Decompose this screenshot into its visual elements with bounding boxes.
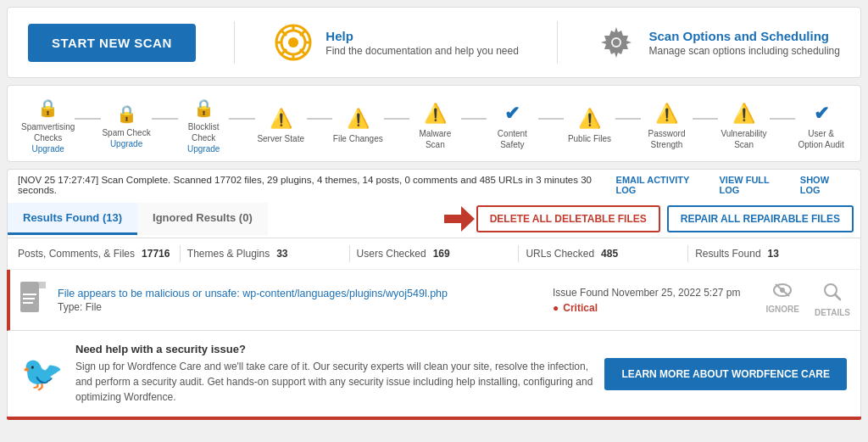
start-scan-button[interactable]: START NEW SCAN — [28, 24, 196, 62]
step-malware-scan: ⚠️ Malware Scan — [409, 103, 461, 150]
repair-all-button[interactable]: REPAIR ALL REPAIRABLE FILES — [667, 205, 854, 232]
step-server-state: ⚠️ Server State — [255, 108, 307, 144]
wordfence-care-title: Need help with a security issue? — [75, 343, 593, 355]
stat-divider-3 — [518, 245, 519, 262]
result-content: File appears to be malicious or unsafe: … — [58, 288, 541, 313]
stat-users-checked: Users Checked 169 — [357, 248, 512, 260]
details-label: DETAILS — [815, 308, 850, 317]
divider2 — [557, 21, 558, 64]
step-user-option-audit: ✔ User & Option Audit — [795, 103, 847, 150]
step-public-files: ⚠️ Public Files — [564, 108, 615, 144]
severity-badge: Critical — [553, 302, 740, 314]
file-icon — [20, 282, 46, 318]
step-spamvertising: 🔒 Spamvertising ChecksUpgrade — [21, 98, 75, 154]
log-links: EMAIL ACTIVITY LOG VIEW FULL LOG SHOW LO… — [616, 175, 850, 195]
bottom-red-border — [7, 417, 861, 420]
eye-slash-icon — [772, 283, 793, 302]
svg-point-13 — [613, 39, 620, 46]
scan-options-section: Scan Options and Scheduling Manage scan … — [596, 22, 840, 63]
warning-icon-6: ⚠️ — [732, 103, 755, 125]
connector10 — [770, 118, 795, 120]
delete-all-button[interactable]: DELETE ALL DELETABLE FILES — [476, 205, 660, 232]
stat-posts-comments-files: Posts, Comments, & Files 17716 — [18, 248, 173, 260]
check-icon-2: ✔ — [814, 103, 829, 125]
scan-options-description: Manage scan options including scheduling — [648, 45, 840, 57]
file-path: File appears to be malicious or unsafe: … — [58, 288, 541, 299]
divider — [234, 21, 235, 64]
step-vulnerability-scan: ⚠️ Vulnerability Scan — [718, 103, 770, 150]
stat-divider-4 — [687, 245, 688, 262]
step-spam-check: 🔒 Spam CheckUpgrade — [101, 104, 153, 149]
warning-icon-1: ⚠️ — [270, 108, 292, 130]
warning-icon-4: ⚠️ — [578, 108, 601, 130]
delete-btn-wrapper: DELETE ALL DELETABLE FILES — [476, 205, 660, 232]
step-blocklist: 🔒 Blocklist CheckUpgrade — [178, 98, 230, 154]
lock-icon-1: 🔒 — [37, 98, 58, 118]
svg-rect-19 — [23, 298, 35, 299]
step-content-safety: ✔ Content Safety — [487, 103, 538, 150]
details-button[interactable]: DETAILS — [815, 283, 850, 317]
svg-line-25 — [835, 294, 840, 299]
connector6 — [461, 118, 487, 120]
learn-more-button[interactable]: LEARN MORE ABOUT WORDFENCE CARE — [604, 358, 847, 390]
connector5 — [384, 118, 409, 120]
connector4 — [307, 118, 332, 120]
step-file-changes: ⚠️ File Changes — [332, 108, 384, 144]
results-header: Results Found (13) Ignored Results (0) D… — [7, 200, 861, 238]
step-password-strength: ⚠️ Password Strength — [641, 103, 693, 150]
warning-icon-5: ⚠️ — [655, 103, 678, 125]
help-section-header: Help Find the documentation and help you… — [273, 22, 519, 63]
action-buttons: DELETE ALL DELETABLE FILES REPAIR ALL RE… — [476, 200, 854, 238]
connector — [75, 118, 100, 120]
svg-line-2 — [281, 31, 287, 36]
stat-divider-2 — [349, 245, 350, 262]
warning-icon-2: ⚠️ — [347, 108, 370, 130]
warning-icon-3: ⚠️ — [424, 103, 447, 125]
stat-divider-1 — [180, 245, 181, 262]
svg-rect-18 — [23, 294, 36, 295]
check-icon-1: ✔ — [504, 103, 520, 125]
stat-themes-plugins: Themes & Plugins 33 — [187, 248, 342, 260]
view-full-log-link[interactable]: VIEW FULL LOG — [720, 175, 790, 195]
help-description: Find the documentation and help you need — [326, 45, 519, 57]
result-actions: IGNORE DETAILS — [766, 283, 851, 317]
wordfence-icon: 🐦 — [21, 354, 64, 394]
result-item: File appears to be malicious or unsafe: … — [7, 270, 861, 331]
wordfence-care-description: Sign up for Wordfence Care and we'll tak… — [75, 359, 593, 405]
email-log-link[interactable]: EMAIL ACTIVITY LOG — [616, 175, 709, 195]
magnifier-icon — [823, 283, 842, 305]
svg-marker-14 — [444, 206, 475, 232]
svg-rect-15 — [20, 282, 39, 312]
tab-results-found[interactable]: Results Found (13) — [8, 203, 137, 235]
scan-steps-bar: 🔒 Spamvertising ChecksUpgrade 🔒 Spam Che… — [7, 85, 861, 162]
stat-results-found: Results Found 13 — [695, 248, 850, 260]
result-meta: Issue Found November 25, 2022 5:27 pm Cr… — [553, 287, 740, 314]
red-arrow-indicator — [444, 206, 475, 232]
lock-icon-3: 🔒 — [193, 98, 214, 118]
help-text-block: Help Find the documentation and help you… — [326, 29, 519, 57]
svg-rect-17 — [39, 282, 46, 288]
connector3 — [229, 118, 254, 120]
svg-rect-20 — [23, 302, 33, 304]
wordfence-care-section: 🐦 Need help with a security issue? Sign … — [7, 331, 861, 417]
stats-row: Posts, Comments, & Files 17716 Themes & … — [7, 238, 861, 270]
stat-urls-checked: URLs Checked 485 — [526, 248, 681, 260]
help-title: Help — [326, 29, 519, 43]
svg-point-10 — [288, 37, 298, 48]
connector2 — [152, 118, 177, 120]
ignore-button[interactable]: IGNORE — [766, 283, 799, 317]
file-type: Type: File — [58, 301, 541, 313]
help-icon — [273, 22, 314, 63]
connector8 — [615, 118, 641, 120]
status-bar: [NOV 25 17:27:47] Scan Complete. Scanned… — [7, 169, 861, 200]
connector7 — [538, 118, 564, 120]
show-log-link[interactable]: SHOW LOG — [800, 175, 850, 195]
tab-ignored-results[interactable]: Ignored Results (0) — [137, 203, 268, 235]
scan-options-text-block: Scan Options and Scheduling Manage scan … — [648, 29, 840, 57]
ignore-label: IGNORE — [766, 305, 799, 314]
wordfence-care-text: Need help with a security issue? Sign up… — [75, 343, 593, 405]
issue-date: Issue Found November 25, 2022 5:27 pm — [553, 287, 740, 299]
svg-line-5 — [300, 49, 305, 54]
scan-options-title: Scan Options and Scheduling — [648, 29, 840, 43]
lock-icon-2: 🔒 — [116, 104, 137, 124]
